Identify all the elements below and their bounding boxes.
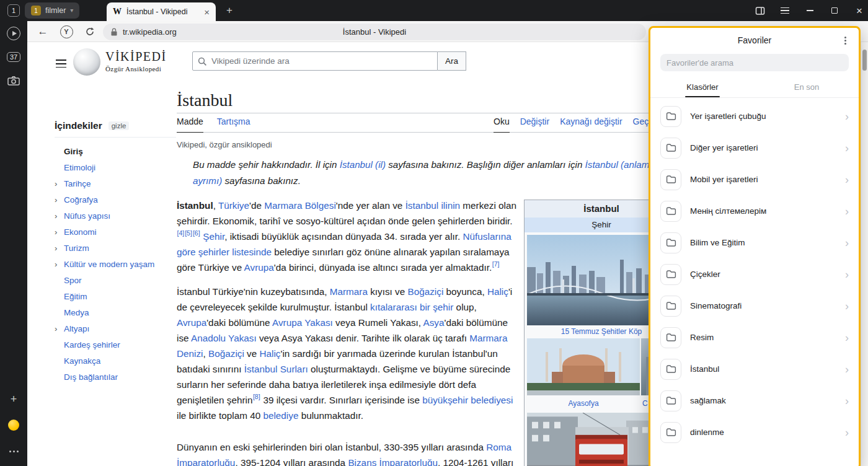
inline-link[interactable]: belediye [263, 410, 298, 421]
wiki-menu-icon[interactable] [56, 59, 66, 68]
expand-chevron-icon[interactable]: › [55, 211, 64, 221]
view-tab[interactable]: Değiştir [520, 116, 549, 132]
active-tab[interactable]: W İstanbul - Vikipedi × [107, 2, 216, 21]
yandex-button[interactable]: Y [58, 24, 74, 40]
inline-link[interactable]: İstanbul ilinin [405, 200, 460, 211]
folder-row[interactable]: Çiçekler› [650, 258, 859, 290]
view-tab[interactable]: Kaynağı değiştir [560, 116, 622, 132]
toc-item[interactable]: Kaynakça [55, 353, 176, 369]
wiki-search-input[interactable] [193, 52, 437, 70]
reference-link[interactable]: [5] [185, 229, 192, 237]
address-bar[interactable]: tr.wikipedia.org İstanbul - Vikipedi [103, 24, 646, 40]
maximize-icon[interactable] [830, 6, 839, 15]
view-tab[interactable]: Oku [494, 116, 510, 133]
browser-menu-icon[interactable] [780, 6, 790, 15]
expand-chevron-icon[interactable]: › [55, 244, 64, 253]
kebab-menu-icon[interactable] [840, 35, 850, 45]
alice-assistant-icon[interactable] [8, 418, 19, 433]
toc-hide-button[interactable]: gizle [108, 121, 130, 130]
inline-link[interactable]: Boğaziçi [408, 286, 444, 297]
toc-item[interactable]: ›Altyapı [55, 320, 176, 336]
mail-counter-badge[interactable]: 37 [7, 50, 20, 64]
toc-item[interactable]: Eğitim [55, 288, 176, 304]
inline-link[interactable]: Boğaziçi [208, 348, 244, 359]
inline-link[interactable]: Bizans İmparatorluğu [348, 457, 438, 466]
reference-link[interactable]: [8] [253, 393, 260, 400]
toc-item[interactable]: Spor [55, 272, 176, 288]
infobox-caption-ayasofya[interactable]: Ayasofya [527, 397, 640, 410]
folder-row[interactable]: Mobil yer işaretleri› [650, 164, 859, 195]
inline-link[interactable]: Marmara Bölgesi [264, 200, 336, 211]
folder-row[interactable]: Diğer yer işaretleri› [650, 132, 859, 164]
expand-chevron-icon[interactable]: › [55, 195, 64, 204]
reference-link[interactable]: [4] [177, 229, 185, 237]
inline-link[interactable]: Anadolu Yakası [191, 333, 257, 343]
toc-item[interactable]: Etimoloji [55, 159, 176, 175]
expand-chevron-icon[interactable]: › [55, 179, 64, 188]
inline-link[interactable]: Şehir [203, 231, 224, 242]
toc-item[interactable]: ›Ekonomi [55, 224, 176, 240]
inline-link[interactable]: büyükşehir belediyesi [422, 395, 513, 405]
toc-item[interactable]: ›Coğrafya [55, 191, 176, 208]
back-button[interactable]: ← [35, 24, 51, 40]
folder-row[interactable]: Sinematografi› [650, 290, 859, 322]
more-options-icon[interactable] [9, 444, 19, 459]
wikipedia-logo[interactable] [73, 48, 100, 76]
expand-chevron-icon[interactable]: › [55, 324, 64, 333]
tab-group-filmler[interactable]: 1 filmler ▾ [25, 2, 79, 19]
toc-item[interactable]: Medya [55, 304, 176, 320]
inline-link[interactable]: Haliç [260, 348, 281, 359]
folder-row[interactable]: dinlenme› [650, 416, 859, 448]
infobox-image-ayasofya[interactable] [527, 338, 640, 397]
close-window-icon[interactable]: × [854, 6, 864, 15]
reference-link[interactable]: [7] [492, 260, 500, 268]
folder-row[interactable]: Resim› [650, 322, 859, 353]
folder-row[interactable]: Менің сілтемелерім› [650, 195, 859, 227]
expand-chevron-icon[interactable]: › [55, 227, 64, 237]
toc-item[interactable]: ›Tarihçe [55, 175, 176, 191]
all-tabs-counter-button[interactable]: 1 [7, 4, 20, 17]
minimize-icon[interactable] [805, 6, 815, 15]
folder-label: Diğer yer işaretleri [690, 143, 836, 152]
tab-talk[interactable]: Tartışma [217, 116, 250, 132]
inline-link[interactable]: Türkiye [218, 200, 249, 211]
tab-close-icon[interactable]: × [204, 7, 210, 17]
add-panel-icon[interactable]: + [11, 392, 17, 407]
toc-item[interactable]: ›Turizm [55, 240, 176, 256]
side-panel-icon[interactable] [755, 6, 765, 15]
inline-link[interactable]: Avrupa Yakası [272, 317, 333, 328]
folder-row[interactable]: İstanbul› [650, 353, 859, 385]
reference-link[interactable]: [6] [193, 229, 200, 237]
inline-link[interactable]: İstanbul (il) [340, 159, 386, 170]
page-scrollbar[interactable] [861, 42, 868, 466]
new-tab-button[interactable]: + [223, 4, 236, 17]
inline-link[interactable]: Avrupa [244, 262, 274, 273]
tab-article[interactable]: Madde [177, 116, 203, 133]
inline-link[interactable]: kıtalararası bir şehir [370, 302, 453, 312]
inline-link[interactable]: Haliç [487, 286, 508, 297]
inline-link[interactable]: İstanbul Surları [244, 364, 308, 374]
folder-row[interactable]: Bilim ve Eğitim› [650, 227, 859, 258]
chevron-right-icon: › [845, 206, 849, 217]
tab-folders[interactable]: Klasörler [650, 76, 755, 97]
scrollbar-thumb[interactable] [862, 50, 867, 71]
wiki-search-button[interactable]: Ara [438, 51, 466, 71]
inline-link[interactable]: Asya [423, 317, 445, 328]
expand-chevron-icon[interactable]: › [55, 260, 64, 269]
toc-item[interactable]: ›Nüfus yapısı [55, 208, 176, 224]
inline-link[interactable]: Marmara [330, 286, 368, 297]
video-icon[interactable] [7, 26, 20, 41]
lock-icon[interactable] [110, 27, 118, 39]
folder-row[interactable]: Yer işaretleri çubuğu› [650, 100, 859, 132]
tab-recent[interactable]: En son [755, 76, 859, 97]
reload-icon[interactable] [82, 24, 98, 40]
toc-item[interactable]: Dış bağlantılar [55, 369, 176, 385]
favorites-search-input[interactable] [660, 54, 849, 71]
screenshot-camera-icon[interactable] [7, 73, 20, 88]
toc-item[interactable]: Kardeş şehirler [55, 336, 176, 353]
toc-item[interactable]: ›Kültür ve modern yaşam [55, 256, 176, 272]
inline-link[interactable]: Avrupa [177, 317, 206, 328]
wikipedia-wordmark[interactable]: VİKİPEDİ Özgür Ansiklopedi [105, 50, 167, 73]
folder-row[interactable]: sağlamak› [650, 385, 859, 416]
toc-item[interactable]: Giriş [55, 143, 176, 159]
